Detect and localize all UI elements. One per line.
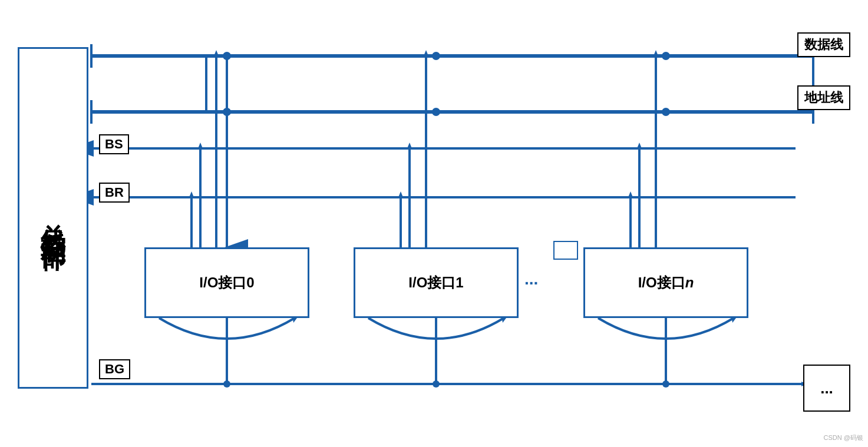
svg-marker-37 — [628, 191, 633, 197]
svg-marker-31 — [407, 143, 412, 148]
addr-line-label: 地址线 — [797, 85, 850, 110]
bg-label: BG — [99, 359, 130, 379]
io-box-1: I/O接口1 — [354, 247, 519, 318]
svg-marker-24 — [654, 50, 658, 56]
svg-point-46 — [223, 380, 230, 388]
svg-marker-29 — [189, 191, 194, 197]
bs-label: BS — [99, 134, 129, 154]
bus-control-box: 总线控制部件 — [18, 47, 88, 389]
watermark: CSDN @码银 — [824, 433, 863, 442]
svg-marker-18 — [214, 50, 219, 56]
svg-point-48 — [662, 380, 669, 388]
diagram-svg — [0, 0, 868, 447]
bus-control-label: 总线控制部件 — [39, 204, 67, 232]
ellipsis-box: ... — [803, 365, 850, 412]
svg-point-12 — [432, 108, 440, 116]
svg-rect-57 — [554, 241, 577, 259]
io-box-n-label: I/O接口n — [638, 273, 694, 292]
data-line-label: 数据线 — [797, 32, 850, 57]
svg-marker-27 — [198, 143, 203, 148]
svg-point-47 — [433, 380, 440, 388]
svg-marker-35 — [637, 143, 642, 148]
io-box-1-label: I/O接口1 — [408, 273, 463, 292]
svg-marker-33 — [398, 191, 403, 197]
svg-point-10 — [662, 52, 670, 60]
svg-marker-21 — [424, 50, 428, 56]
io-box-0: I/O接口0 — [144, 247, 309, 318]
br-label: BR — [99, 183, 130, 203]
svg-point-9 — [432, 52, 440, 60]
io-box-n: I/O接口n — [583, 247, 748, 318]
ellipsis-label: ... — [820, 379, 833, 398]
io-box-0-label: I/O接口0 — [199, 273, 254, 292]
diagram-container: 总线控制部件 数据线 地址线 BS BR BG I/O接口0 I/O接口1 I/… — [0, 0, 868, 447]
middle-ellipsis: ··· — [524, 274, 538, 293]
svg-point-13 — [662, 108, 670, 116]
